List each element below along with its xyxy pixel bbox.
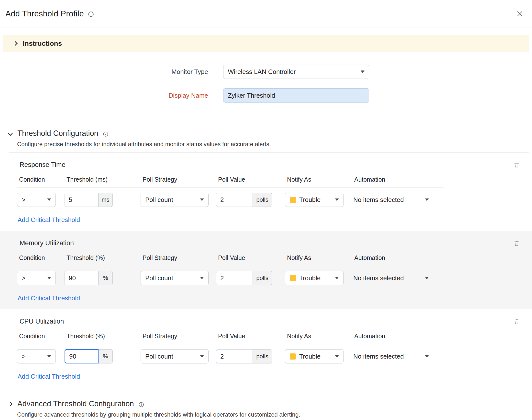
automation-value: No items selected <box>353 274 404 282</box>
condition-value: > <box>22 196 26 204</box>
poll-value-unit: polls <box>253 349 272 363</box>
chevron-down-icon <box>200 198 204 201</box>
divider <box>17 266 444 266</box>
poll-value-unit: polls <box>253 193 272 207</box>
condition-select[interactable]: > <box>17 271 56 285</box>
advanced-threshold-section: Advanced Threshold Configuration Configu… <box>0 399 532 420</box>
threshold-config-description: Configure precise thresholds for individ… <box>17 141 532 148</box>
notify-as-select[interactable]: Trouble <box>285 193 344 207</box>
info-icon <box>88 11 94 17</box>
monitor-type-select[interactable]: Wireless LAN Controller <box>223 65 369 79</box>
poll-strategy-select[interactable]: Poll count <box>140 271 209 285</box>
threshold-input[interactable] <box>65 193 98 207</box>
threshold-configuration-section: Threshold Configuration Configure precis… <box>0 129 532 388</box>
chevron-right-icon <box>13 41 17 45</box>
instructions-toggle[interactable]: Instructions <box>3 35 529 52</box>
condition-value: > <box>22 353 26 360</box>
close-icon[interactable] <box>516 10 524 18</box>
trouble-color-swatch <box>290 197 296 203</box>
chevron-down-icon <box>47 355 51 358</box>
column-header-condition: Condition <box>17 333 65 340</box>
automation-select[interactable]: No items selected <box>352 349 444 363</box>
column-header-poll-strategy: Poll Strategy <box>140 176 216 183</box>
automation-select[interactable]: No items selected <box>352 271 444 285</box>
chevron-down-icon <box>425 277 429 279</box>
poll-strategy-value: Poll count <box>145 353 173 360</box>
trash-icon[interactable] <box>513 240 520 247</box>
column-header-condition: Condition <box>17 254 65 261</box>
advanced-threshold-description: Configure advanced thresholds by groupin… <box>17 411 532 418</box>
automation-value: No items selected <box>353 353 404 360</box>
add-critical-threshold-link[interactable]: Add Critical Threshold <box>17 294 80 302</box>
poll-value-input[interactable] <box>216 193 253 207</box>
column-header-automation: Automation <box>352 333 444 340</box>
divider <box>17 187 444 188</box>
trouble-color-swatch <box>290 275 296 281</box>
poll-strategy-select[interactable]: Poll count <box>140 193 209 207</box>
trash-icon[interactable] <box>513 318 520 325</box>
chevron-down-icon <box>47 198 51 201</box>
dialog-header: Add Threshold Profile <box>0 0 532 27</box>
monitor-type-value: Wireless LAN Controller <box>228 68 295 76</box>
threshold-unit: % <box>98 271 113 285</box>
display-name-label: Display Name <box>0 92 208 99</box>
column-header-poll-strategy: Poll Strategy <box>140 254 216 261</box>
chevron-down-icon <box>200 277 204 279</box>
advanced-threshold-header[interactable]: Advanced Threshold Configuration <box>0 399 532 408</box>
instructions-label: Instructions <box>23 40 62 47</box>
chevron-down-icon <box>335 355 339 358</box>
column-header-threshold: Threshold (ms) <box>65 176 140 183</box>
chevron-down-icon <box>335 198 339 201</box>
column-header-automation: Automation <box>352 176 444 183</box>
threshold-section-memory-utilization: Memory Utilization Condition Threshold (… <box>0 231 532 309</box>
condition-value: > <box>22 274 26 282</box>
notify-as-select[interactable]: Trouble <box>285 349 344 363</box>
threshold-input[interactable] <box>65 349 98 363</box>
threshold-unit: % <box>98 349 113 363</box>
column-header-poll-value: Poll Value <box>216 333 285 340</box>
advanced-threshold-title: Advanced Threshold Configuration <box>17 399 134 408</box>
notify-as-value: Trouble <box>299 196 321 204</box>
attribute-title: CPU Utilization <box>17 318 64 325</box>
threshold-config-header[interactable]: Threshold Configuration <box>0 129 532 138</box>
notify-as-select[interactable]: Trouble <box>285 271 344 285</box>
poll-value-input[interactable] <box>216 349 253 363</box>
condition-select[interactable]: > <box>17 193 56 207</box>
column-header-poll-value: Poll Value <box>216 176 285 183</box>
monitor-type-row: Monitor Type Wireless LAN Controller <box>0 65 532 79</box>
display-name-row: Display Name <box>0 88 532 103</box>
trash-icon[interactable] <box>513 162 520 168</box>
chevron-right-icon <box>8 402 13 406</box>
condition-select[interactable]: > <box>17 349 56 363</box>
column-header-notify-as: Notify As <box>285 333 352 340</box>
column-header-poll-value: Poll Value <box>216 254 285 261</box>
monitor-type-label: Monitor Type <box>0 68 208 76</box>
add-critical-threshold-link[interactable]: Add Critical Threshold <box>17 216 80 224</box>
attribute-title: Response Time <box>17 161 66 169</box>
threshold-input[interactable] <box>65 271 98 285</box>
poll-strategy-select[interactable]: Poll count <box>140 349 209 363</box>
threshold-unit: ms <box>98 193 113 207</box>
column-header-automation: Automation <box>352 254 444 261</box>
poll-value-input[interactable] <box>216 271 253 285</box>
info-icon <box>103 131 109 137</box>
profile-form: Monitor Type Wireless LAN Controller Dis… <box>0 65 532 103</box>
notify-as-value: Trouble <box>299 274 321 282</box>
column-header-notify-as: Notify As <box>285 254 352 261</box>
chevron-down-icon <box>425 198 429 201</box>
chevron-down-icon <box>425 355 429 358</box>
automation-value: No items selected <box>353 196 404 204</box>
display-name-input[interactable] <box>223 88 369 103</box>
automation-select[interactable]: No items selected <box>352 193 444 207</box>
poll-strategy-value: Poll count <box>145 196 173 204</box>
poll-strategy-value: Poll count <box>145 274 173 282</box>
add-critical-threshold-link[interactable]: Add Critical Threshold <box>17 373 80 380</box>
column-header-notify-as: Notify As <box>285 176 352 183</box>
chevron-down-icon <box>361 71 364 73</box>
threshold-section-cpu-utilization: CPU Utilization Condition Threshold (%) … <box>0 309 532 388</box>
attribute-title: Memory Utilization <box>17 239 74 247</box>
notify-as-value: Trouble <box>299 353 321 360</box>
chevron-down-icon <box>200 355 204 358</box>
threshold-section-response-time: Response Time Condition Threshold (ms) P… <box>0 153 532 231</box>
chevron-down-icon <box>47 277 51 279</box>
